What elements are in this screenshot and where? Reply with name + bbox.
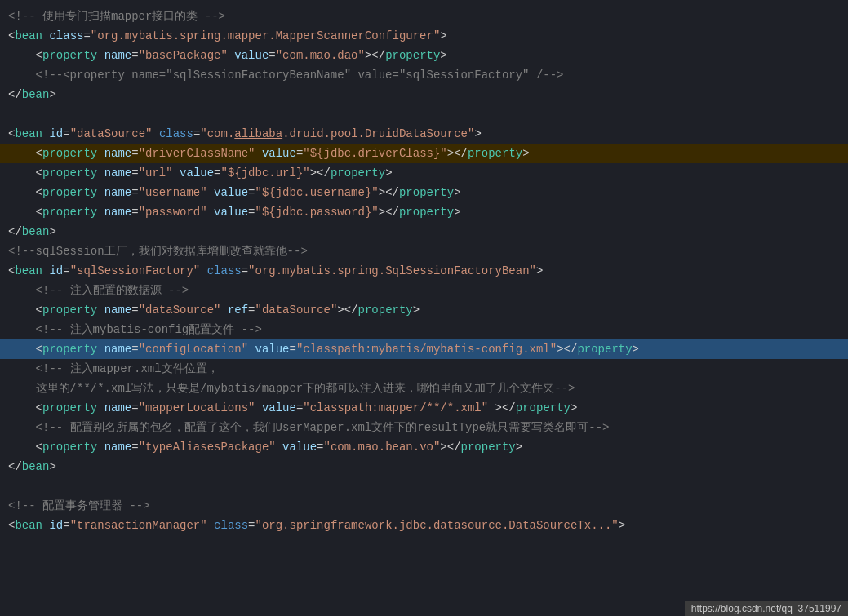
code-line-1: <!-- 使用专门扫描mapper接口的类 --> bbox=[0, 7, 848, 26]
code-line-13: <!--sqlSession工厂，我们对数据库增删改查就靠他--> bbox=[0, 242, 848, 261]
code-line-22: <!-- 配置别名所属的包名，配置了这个，我们UserMapper.xml文件下… bbox=[0, 418, 848, 437]
code-line-16: <property name="dataSource" ref="dataSou… bbox=[0, 300, 848, 320]
url-bar: https://blog.csdn.net/qq_37511997 bbox=[685, 601, 848, 616]
code-line-2: <bean class="org.mybatis.spring.mapper.M… bbox=[0, 26, 848, 46]
code-line-5: </bean> bbox=[0, 85, 848, 104]
code-line-17: <!-- 注入mybatis-config配置文件 --> bbox=[0, 320, 848, 339]
code-line-7: <bean id="dataSource" class="com.alibaba… bbox=[0, 124, 848, 144]
code-line-6 bbox=[0, 104, 848, 124]
code-line-9: <property name="url" value="${jdbc.url}"… bbox=[0, 163, 848, 183]
code-line-20: 这里的/**/*.xml写法，只要是/mybatis/mapper下的都可以注入… bbox=[0, 379, 848, 398]
code-line-24: </bean> bbox=[0, 457, 848, 476]
code-line-23: <property name="typeAliasesPackage" valu… bbox=[0, 437, 848, 457]
code-line-4: <!--<property name="sqlSessionFactoryBea… bbox=[0, 65, 848, 85]
code-line-26: <!-- 配置事务管理器 --> bbox=[0, 496, 848, 516]
url-text: https://blog.csdn.net/qq_37511997 bbox=[691, 603, 841, 614]
code-line-18: <property name="configLocation" value="c… bbox=[0, 339, 848, 359]
code-line-27: <bean id="transactionManager" class="org… bbox=[0, 516, 848, 535]
code-line-11: <property name="password" value="${jdbc.… bbox=[0, 202, 848, 222]
code-line-21: <property name="mapperLocations" value="… bbox=[0, 398, 848, 418]
code-line-3: <property name="basePackage" value="com.… bbox=[0, 46, 848, 65]
code-line-25 bbox=[0, 476, 848, 496]
code-line-12: </bean> bbox=[0, 222, 848, 242]
code-line-15: <!-- 注入配置的数据源 --> bbox=[0, 281, 848, 300]
code-line-14: <bean id="sqlSessionFactory" class="org.… bbox=[0, 261, 848, 281]
code-line-8: <property name="driverClassName" value="… bbox=[0, 144, 848, 163]
code-line-10: <property name="username" value="${jdbc.… bbox=[0, 183, 848, 202]
code-line-19: <!-- 注入mapper.xml文件位置， bbox=[0, 359, 848, 379]
code-editor: <!-- 使用专门扫描mapper接口的类 --> <bean class="o… bbox=[0, 0, 848, 616]
